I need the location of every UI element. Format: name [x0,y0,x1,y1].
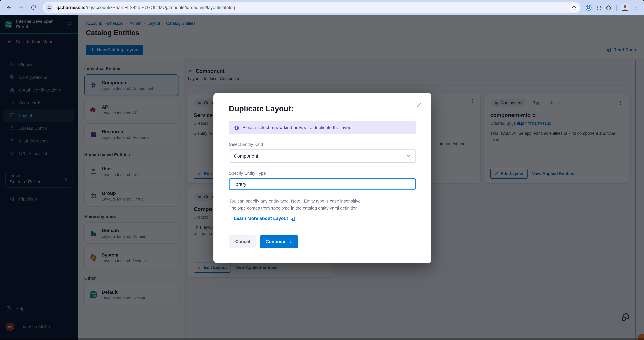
learn-more-link[interactable]: Learn More about Layout [234,216,416,221]
entity-type-input[interactable] [229,178,416,190]
url-text[interactable]: qa.harness.io/ng/account/zEaak-FLS425IEO… [56,5,235,10]
forward-icon[interactable] [16,2,26,12]
chevron-down-icon [406,154,411,158]
divider [616,4,617,10]
continue-button[interactable]: Continue [260,235,298,248]
continue-label: Continue [266,239,285,244]
learn-more-label: Learn More about Layout [234,216,288,221]
duplicate-layout-modal: Duplicate Layout: Please select a new ki… [214,93,431,263]
entity-type-label: Specify Entity Type [229,171,416,176]
browser-menu-kebab-icon[interactable] [633,5,639,10]
info-banner: Please select a new kind or type to dupl… [229,121,416,134]
onepassword-icon[interactable] [585,4,592,11]
browser-toolbar: qa.harness.io/ng/account/zEaak-FLS425IEO… [0,0,644,15]
tune-icon[interactable] [45,3,53,12]
entity-kind-select[interactable]: Component [229,149,416,163]
doc-export-icon [290,216,296,221]
url-bar[interactable]: qa.harness.io/ng/account/zEaak-FLS425IEO… [43,2,580,13]
url-domain: qa.harness.io [56,5,86,10]
entity-kind-value: Component [234,153,258,159]
entity-type-help: You can specify any entity type. Note : … [229,198,416,212]
help-line-2: The type comes from spec.type in the cat… [229,206,358,211]
info-icon [234,125,239,130]
cancel-button[interactable]: Cancel [229,235,256,248]
chevron-right-icon [288,239,293,244]
url-path: /ng/account/zEaak-FLS425IEO7OLzMUg/modul… [86,5,235,10]
close-icon[interactable] [416,102,422,108]
help-line-1: You can specify any entity type. Note : … [229,199,360,204]
entity-kind-label: Select Entity Kind [229,142,416,147]
spinner-icon[interactable] [596,4,602,10]
back-icon[interactable] [4,2,14,12]
info-banner-text: Please select a new kind or type to dupl… [242,125,352,130]
reload-icon[interactable] [28,2,38,12]
modal-title: Duplicate Layout: [229,104,416,113]
bookmark-star-icon[interactable] [569,3,578,12]
extensions-icon[interactable] [606,4,612,10]
profile-avatar[interactable] [621,3,629,12]
